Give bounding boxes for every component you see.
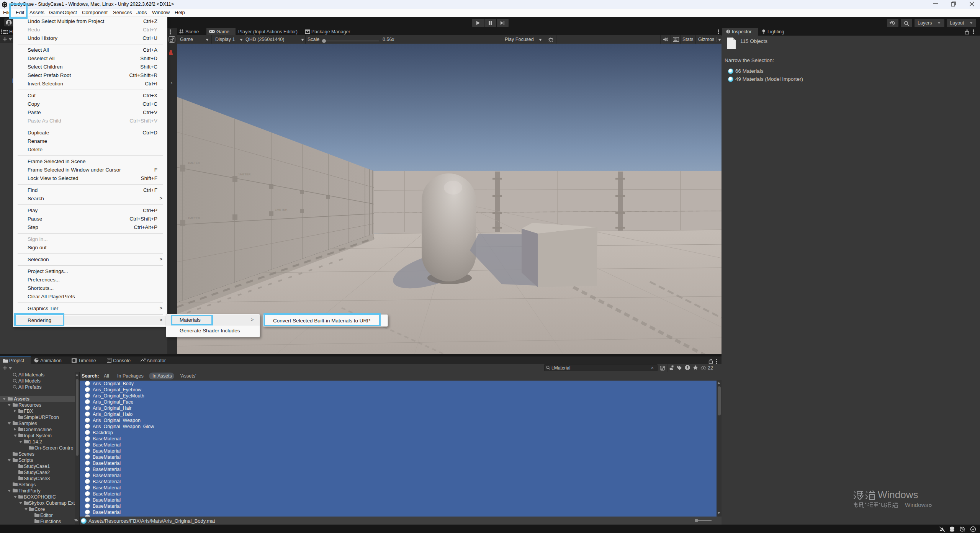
svg-text:1METER: 1METER <box>275 208 288 211</box>
svg-text:1METER: 1METER <box>188 216 200 220</box>
svg-text:1METER: 1METER <box>238 173 251 176</box>
svg-text:1METER: 1METER <box>188 161 200 165</box>
